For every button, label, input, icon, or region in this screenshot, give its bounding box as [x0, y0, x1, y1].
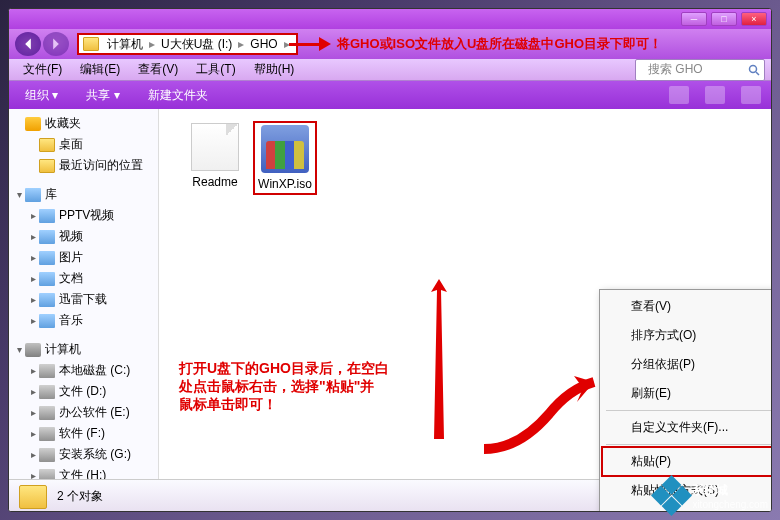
- expand-icon[interactable]: ▸: [27, 407, 39, 418]
- tree-icon: [39, 364, 55, 378]
- sidebar-item[interactable]: ▾库: [9, 184, 158, 205]
- organize-button[interactable]: 组织: [19, 85, 64, 106]
- tree-icon: [39, 448, 55, 462]
- menu-label: 分组依据(P): [631, 357, 695, 371]
- chevron-right-icon: ▸: [236, 37, 246, 51]
- titlebar: ─ □ ×: [9, 9, 771, 29]
- sidebar-item[interactable]: ▸安装系统 (G:): [9, 444, 158, 465]
- close-button[interactable]: ×: [741, 12, 767, 26]
- new-folder-button[interactable]: 新建文件夹: [142, 85, 214, 106]
- expand-icon[interactable]: ▸: [27, 315, 39, 326]
- menu-separator: [606, 444, 772, 445]
- file-label: Readme: [183, 175, 247, 189]
- menu-help[interactable]: 帮助(H): [246, 59, 303, 80]
- expand-icon[interactable]: ▸: [27, 386, 39, 397]
- menu-label: 排序方式(O): [631, 328, 696, 342]
- tree-label: 本地磁盘 (C:): [59, 362, 130, 379]
- watermark-title: 系统城: [692, 482, 768, 499]
- context-menu-item[interactable]: 分组依据(P): [602, 350, 772, 379]
- chevron-right-icon: ▸: [147, 37, 157, 51]
- context-menu-item[interactable]: 刷新(E): [602, 379, 772, 408]
- breadcrumb-seg[interactable]: 计算机: [103, 36, 147, 53]
- tree-label: 文件 (D:): [59, 383, 106, 400]
- menu-tools[interactable]: 工具(T): [188, 59, 243, 80]
- expand-icon[interactable]: ▸: [27, 365, 39, 376]
- tree-label: 文件 (H:): [59, 467, 106, 479]
- back-button[interactable]: [15, 32, 41, 56]
- expand-icon[interactable]: ▸: [27, 210, 39, 221]
- menu-file[interactable]: 文件(F): [15, 59, 70, 80]
- navbar: 计算机▸ U大侠U盘 (I:)▸ GHO▸ 将GHO或ISO文件放入U盘所在磁盘…: [9, 29, 771, 59]
- sidebar-item[interactable]: ▸视频: [9, 226, 158, 247]
- view-options-icon[interactable]: [669, 86, 689, 104]
- minimize-button[interactable]: ─: [681, 12, 707, 26]
- expand-icon[interactable]: ▸: [27, 231, 39, 242]
- context-menu-item[interactable]: 查看(V): [602, 292, 772, 321]
- tree-label: 视频: [59, 228, 83, 245]
- tree-label: 库: [45, 186, 57, 203]
- file-readme[interactable]: Readme: [183, 123, 247, 189]
- expand-icon[interactable]: ▾: [13, 189, 25, 200]
- sidebar-item[interactable]: ▸文件 (D:): [9, 381, 158, 402]
- sidebar-item[interactable]: ▸文件 (H:): [9, 465, 158, 479]
- expand-icon[interactable]: ▸: [27, 273, 39, 284]
- breadcrumb-seg[interactable]: U大侠U盘 (I:): [157, 36, 236, 53]
- sidebar-item[interactable]: ▸文档: [9, 268, 158, 289]
- sidebar-item[interactable]: ▸办公软件 (E:): [9, 402, 158, 423]
- tree-label: 音乐: [59, 312, 83, 329]
- menu-view[interactable]: 查看(V): [130, 59, 186, 80]
- preview-pane-icon[interactable]: [705, 86, 725, 104]
- context-menu-item[interactable]: 粘贴(P): [601, 446, 772, 477]
- tree-label: 图片: [59, 249, 83, 266]
- logo-icon: [651, 475, 692, 516]
- tree-icon: [39, 314, 55, 328]
- tree-label: 收藏夹: [45, 115, 81, 132]
- tree-icon: [39, 272, 55, 286]
- annotation-arrow: 将GHO或ISO文件放入U盘所在磁盘中GHO目录下即可！: [289, 35, 662, 53]
- sidebar-item[interactable]: ▸软件 (F:): [9, 423, 158, 444]
- expand-icon[interactable]: ▸: [27, 470, 39, 479]
- context-menu-item[interactable]: 排序方式(O): [602, 321, 772, 350]
- sidebar-item[interactable]: 收藏夹: [9, 113, 158, 134]
- tree-label: 安装系统 (G:): [59, 446, 131, 463]
- breadcrumb[interactable]: 计算机▸ U大侠U盘 (I:)▸ GHO▸: [77, 33, 298, 55]
- sidebar-item[interactable]: ▾计算机: [9, 339, 158, 360]
- sidebar-item[interactable]: ▸本地磁盘 (C:): [9, 360, 158, 381]
- expand-icon[interactable]: ▸: [27, 294, 39, 305]
- watermark-sub: xitongcheng.com: [692, 499, 768, 510]
- search-input[interactable]: 搜索 GHO: [635, 59, 765, 81]
- tree-label: 最近访问的位置: [59, 157, 143, 174]
- sidebar-item[interactable]: ▸音乐: [9, 310, 158, 331]
- sidebar-item[interactable]: ▸图片: [9, 247, 158, 268]
- sidebar-item[interactable]: ▸迅雷下载: [9, 289, 158, 310]
- sidebar-item[interactable]: 最近访问的位置: [9, 155, 158, 176]
- forward-button[interactable]: [43, 32, 69, 56]
- context-menu: 查看(V)排序方式(O)分组依据(P)刷新(E)自定义文件夹(F)...粘贴(P…: [599, 289, 772, 512]
- body: 收藏夹桌面最近访问的位置▾库▸PPTV视频▸视频▸图片▸文档▸迅雷下载▸音乐▾计…: [9, 109, 771, 479]
- menu-edit[interactable]: 编辑(E): [72, 59, 128, 80]
- tree-icon: [39, 406, 55, 420]
- folder-icon: [83, 37, 99, 51]
- watermark: 系统城 xitongcheng.com: [657, 481, 768, 510]
- breadcrumb-seg[interactable]: GHO: [246, 37, 281, 51]
- expand-icon[interactable]: ▸: [27, 428, 39, 439]
- help-icon[interactable]: [741, 86, 761, 104]
- tree-label: 桌面: [59, 136, 83, 153]
- folder-icon: [19, 485, 47, 509]
- file-iso[interactable]: WinXP.iso: [253, 121, 317, 195]
- sidebar-item[interactable]: 桌面: [9, 134, 158, 155]
- sidebar-item[interactable]: ▸PPTV视频: [9, 205, 158, 226]
- annotation-text: 将GHO或ISO文件放入U盘所在磁盘中GHO目录下即可！: [337, 35, 662, 53]
- content-area[interactable]: Readme WinXP.iso 打开U盘下的GHO目录后，在空白 处点击鼠标右…: [159, 109, 771, 479]
- text-file-icon: [191, 123, 239, 171]
- maximize-button[interactable]: □: [711, 12, 737, 26]
- expand-icon[interactable]: ▸: [27, 252, 39, 263]
- menu-label: 刷新(E): [631, 386, 671, 400]
- expand-icon[interactable]: ▾: [13, 344, 25, 355]
- file-label: WinXP.iso: [257, 177, 313, 191]
- search-placeholder: 搜索 GHO: [640, 59, 711, 80]
- context-menu-item[interactable]: 自定义文件夹(F)...: [602, 413, 772, 442]
- expand-icon[interactable]: ▸: [27, 449, 39, 460]
- tree-icon: [39, 209, 55, 223]
- share-button[interactable]: 共享: [80, 85, 125, 106]
